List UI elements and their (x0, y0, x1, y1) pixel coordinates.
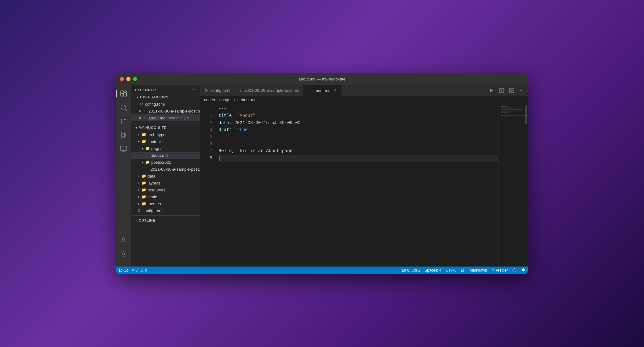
open-editor-about[interactable]: ✕ ↓ about.md content/pages (131, 114, 200, 121)
folder-static[interactable]: › 📁 static (131, 193, 200, 200)
layout-action-button[interactable] (508, 87, 515, 94)
scrollbar[interactable] (524, 104, 528, 267)
status-left: ⎇ ✕ 0 ⚠ 0 (119, 268, 147, 273)
line-num-2: 2 (200, 112, 212, 119)
config-icon: ⚙ (136, 208, 141, 213)
folder-data[interactable]: › 📁 data (131, 173, 200, 179)
run-action-button[interactable] (488, 87, 495, 94)
open-editor-post[interactable]: ✕ ↓ 2021-08-30-a-sample-post.md content/… (131, 107, 200, 114)
status-branch[interactable]: ⎇ (119, 268, 129, 273)
editor-cursor (219, 156, 219, 161)
tab-sample-post[interactable]: ↓ 2021-08-30-a-sample-post.md (234, 85, 303, 96)
close-tab-icon[interactable]: ✕ (139, 109, 142, 113)
data-label: data (147, 174, 155, 179)
breadcrumb-sep2: › (234, 97, 235, 102)
file-config-toml[interactable]: ⚙ config.toml (131, 207, 200, 214)
tab-about-md[interactable]: ↓ about.md ✕ (303, 85, 341, 96)
activity-settings[interactable] (117, 248, 130, 260)
svg-point-25 (119, 269, 120, 270)
posts-chevron: ▾ (140, 160, 145, 165)
svg-point-4 (121, 105, 125, 109)
status-spaces[interactable]: Spaces: 4 (425, 268, 441, 273)
spaces-text: Spaces: 4 (425, 268, 441, 273)
explorer-label: EXPLORER (135, 88, 156, 92)
code-line-6 (219, 140, 498, 147)
warning-icon: ⚠ (140, 268, 144, 273)
line-num-3: 3 (200, 119, 212, 126)
code-colon-3: : (232, 126, 237, 133)
status-errors[interactable]: ✕ 0 ⚠ 0 (131, 268, 147, 273)
maximize-button[interactable] (133, 77, 137, 81)
breadcrumb-pages[interactable]: pages (221, 97, 232, 102)
code-area[interactable]: --- title: "About" date: 2021-08-30T15:5… (216, 104, 498, 267)
folder-icon-content: 📁 (141, 139, 146, 144)
traffic-lights (120, 77, 137, 81)
folder-archetypes[interactable]: › 📁 archetypes (131, 131, 200, 138)
file-about-md[interactable]: ↓ about.md (131, 152, 200, 159)
scrollbar-thumb[interactable] (525, 105, 527, 124)
folder-posts[interactable]: ▾ 📁 posts/2021 (131, 159, 200, 166)
bell-icon (521, 268, 525, 273)
close-about-icon[interactable]: ✕ (139, 116, 142, 120)
breadcrumb-content[interactable]: content (204, 97, 218, 102)
folder-icon-data: 📁 (141, 174, 146, 179)
archetypes-chevron: › (136, 132, 141, 137)
svg-rect-24 (512, 91, 514, 92)
svg-point-17 (123, 253, 125, 255)
file-sample-post[interactable]: ↓ 2021-08-30-a-sample-post.md (131, 166, 200, 173)
divider (131, 123, 200, 123)
status-prettier[interactable]: ✓ Prettier (491, 268, 508, 273)
status-language[interactable]: Markdown (470, 268, 487, 273)
code-line-5: --- (219, 134, 498, 140)
editor-content[interactable]: 1 2 3 4 5 6 7 8 --- title: "Abou (200, 104, 528, 267)
themes-label: themes (147, 201, 161, 206)
folder-layouts[interactable]: › 📁 layouts (131, 179, 200, 186)
activity-search[interactable] (117, 101, 130, 114)
open-editor-config-toml[interactable]: ⚙ config.toml (131, 101, 200, 107)
tab-about-close[interactable]: ✕ (332, 88, 337, 93)
close-button[interactable] (120, 77, 124, 81)
folder-themes[interactable]: › 📁 themes (131, 200, 200, 207)
open-editor-about-name: about.md (148, 116, 165, 120)
folder-pages[interactable]: ▾ 📁 pages (131, 145, 200, 152)
outline-toggle[interactable]: › OUTLINE (131, 217, 200, 224)
svg-rect-21 (509, 89, 511, 90)
pages-chevron: ▾ (140, 146, 145, 151)
status-bell[interactable] (521, 268, 525, 273)
svg-point-26 (121, 269, 123, 270)
status-position[interactable]: Ln 8, Col 1 (402, 268, 420, 273)
more-action-button[interactable]: ··· (518, 87, 525, 94)
post-icon: ↓ (144, 167, 149, 172)
archetypes-label: archetypes (147, 132, 168, 137)
tab-config-toml[interactable]: ⚙ config.toml (200, 85, 234, 96)
error-icon: ✕ (131, 268, 134, 273)
open-editors-toggle[interactable]: ▾ OPEN EDITORS (131, 94, 200, 101)
static-label: static (147, 195, 157, 199)
split-action-button[interactable] (498, 87, 505, 94)
tab-config-icon: ⚙ (204, 88, 208, 93)
data-chevron: › (136, 174, 141, 179)
tab-config-label: config.toml (210, 88, 230, 93)
folder-resources[interactable]: › 📁 resources (131, 186, 200, 193)
position-text: Ln 8, Col 1 (402, 268, 420, 273)
minimize-button[interactable] (126, 77, 130, 81)
svg-rect-23 (509, 91, 511, 92)
about-file-icon: ↓ (144, 153, 149, 158)
breadcrumb-about[interactable]: about.md (240, 97, 257, 102)
code-key-draft: draft (219, 126, 232, 133)
folder-icon-resources: 📁 (141, 187, 146, 192)
activity-account[interactable] (117, 234, 130, 246)
svg-point-7 (125, 119, 126, 120)
divider2 (131, 215, 200, 216)
activity-git[interactable] (117, 115, 130, 128)
explorer-menu-button[interactable]: ··· (192, 87, 197, 92)
activity-remote[interactable] (117, 143, 130, 155)
status-remote-icon[interactable] (512, 268, 517, 273)
status-line-ending[interactable]: LF (461, 268, 465, 273)
activity-explorer[interactable] (117, 87, 130, 100)
activity-run[interactable] (117, 129, 130, 141)
resources-chevron: › (136, 187, 141, 192)
project-root-toggle[interactable]: ▾ MY-HUGO-SITE (131, 124, 200, 131)
folder-content[interactable]: ▾ 📁 content (131, 138, 200, 145)
status-encoding[interactable]: UTF-8 (446, 268, 457, 273)
